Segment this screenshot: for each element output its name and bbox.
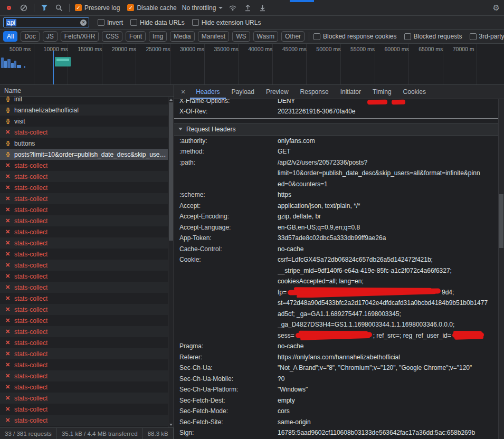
tab-initiator[interactable]: Initiator xyxy=(335,85,367,99)
tab-preview[interactable]: Preview xyxy=(260,85,294,99)
checkbox-icon xyxy=(130,19,137,26)
request-row[interactable]: ✕stats-collect xyxy=(0,271,174,282)
filter-chip-all[interactable]: All xyxy=(3,31,17,42)
throttling-select[interactable]: No throttling xyxy=(182,4,223,12)
tab-headers[interactable]: Headers xyxy=(190,85,225,99)
header-row: :method:GET xyxy=(174,146,504,157)
request-row[interactable]: ✕stats-collect xyxy=(0,326,174,337)
scrollbar-thumb[interactable] xyxy=(499,194,503,248)
hide-data-urls-checkbox[interactable]: Hide data URLs xyxy=(130,19,185,26)
settings-gear-icon[interactable]: ⚙ xyxy=(493,4,500,12)
3rd-party-requests-checkbox[interactable]: 3rd-party requests xyxy=(470,33,504,40)
tab-cookies[interactable]: Cookies xyxy=(397,85,432,99)
tab-payload[interactable]: Payload xyxy=(226,85,260,99)
header-row: X-Frame-Options: DENY xyxy=(174,99,504,106)
devtools-network-panel: ✓Preserve log✓Disable cache No throttlin… xyxy=(0,0,504,439)
header-value-text: sess= xyxy=(278,332,294,339)
request-type-filters: AllDocJSFetch/XHRCSSFontImgMediaManifest… xyxy=(0,30,504,44)
request-row[interactable]: ✕stats-collect xyxy=(0,182,174,193)
clear-button[interactable] xyxy=(19,3,28,13)
request-row[interactable]: ✕stats-collect xyxy=(0,160,174,171)
import-har-button[interactable] xyxy=(243,3,252,13)
filter-chip-other[interactable]: Other xyxy=(281,31,305,42)
request-row[interactable]: {}init xyxy=(0,97,174,104)
request-row[interactable]: ✕stats-collect xyxy=(0,315,174,326)
request-row[interactable]: ✕stats-collect xyxy=(0,381,174,393)
scroll-up-arrow-icon[interactable] xyxy=(169,99,173,101)
record-icon xyxy=(7,6,11,10)
blocked-checkbox-group: Blocked response cookiesBlocked requests… xyxy=(313,33,504,40)
filter-chip-css[interactable]: CSS xyxy=(102,31,122,42)
request-row[interactable]: {}visit xyxy=(0,116,174,127)
request-row[interactable]: ✕stats-collect xyxy=(0,127,174,138)
clear-filter-icon[interactable]: ✕ xyxy=(80,20,87,26)
request-name: stats-collect xyxy=(14,339,47,347)
filter-chip-doc[interactable]: Doc xyxy=(21,31,39,42)
request-row[interactable]: ✕stats-collect xyxy=(0,171,174,182)
search-button[interactable] xyxy=(54,3,64,13)
request-row[interactable]: ✕stats-collect xyxy=(0,237,174,249)
request-row[interactable]: ✕stats-collect xyxy=(0,415,174,426)
request-row[interactable]: ✕stats-collect xyxy=(0,249,174,260)
request-row[interactable]: ✕stats-collect xyxy=(0,348,174,359)
filter-chip-manifest[interactable]: Manifest xyxy=(198,31,229,42)
filter-chip-fetch-xhr[interactable]: Fetch/XHR xyxy=(61,31,99,42)
filter-toggle-button[interactable] xyxy=(40,3,49,13)
disable-cache-checkbox[interactable]: ✓Disable cache xyxy=(127,4,176,12)
requests-scrollbar[interactable] xyxy=(168,97,174,427)
request-row[interactable]: {}buttons xyxy=(0,138,174,149)
tab-timing[interactable]: Timing xyxy=(367,85,397,99)
header-value-line: limit=10&order=publish_date_desc&skip_us… xyxy=(278,168,497,179)
type-chip-group: AllDocJSFetch/XHRCSSFontImgMediaManifest… xyxy=(3,31,305,42)
header-name: :authority: xyxy=(174,136,278,147)
details-tabs: HeadersPayloadPreviewResponseInitiatorTi… xyxy=(190,85,432,99)
details-scrollbar[interactable] xyxy=(498,99,504,439)
request-row[interactable]: ✕stats-collect xyxy=(0,359,174,370)
close-details-icon[interactable]: × xyxy=(176,88,190,96)
filter-chip-font[interactable]: Font xyxy=(126,31,146,42)
request-row[interactable]: ✕stats-collect xyxy=(0,393,174,404)
request-row[interactable]: ✕stats-collect xyxy=(0,193,174,204)
request-row[interactable]: ✕stats-collect xyxy=(0,204,174,215)
network-overview-timeline[interactable]: 5000 ms10000 ms15000 ms20000 ms25000 ms3… xyxy=(0,44,504,85)
request-row[interactable]: ✕stats-collect xyxy=(0,215,174,226)
request-row[interactable]: ✕stats-collect xyxy=(0,282,174,293)
request-row[interactable]: ✕stats-collect xyxy=(0,226,174,237)
failed-request-icon: ✕ xyxy=(4,395,11,402)
checkbox-label: Hide extension URLs xyxy=(202,19,261,26)
invert-checkbox[interactable]: Invert xyxy=(98,19,123,26)
network-conditions-button[interactable] xyxy=(228,3,237,13)
filter-chip-ws[interactable]: WS xyxy=(232,31,250,42)
filter-chip-media[interactable]: Media xyxy=(170,31,195,42)
request-row[interactable]: {}posts?limit=10&order=publish_date_desc… xyxy=(0,149,174,160)
filter-input[interactable]: api ✕ xyxy=(3,17,89,27)
blocked-response-cookies-checkbox[interactable]: Blocked response cookies xyxy=(313,33,396,40)
clear-icon xyxy=(20,4,27,12)
request-row[interactable]: ✕stats-collect xyxy=(0,304,174,315)
request-name: posts?limit=10&order=publish_date_desc&s… xyxy=(14,151,166,158)
blocked-requests-checkbox[interactable]: Blocked requests xyxy=(404,33,462,40)
scrollbar-thumb[interactable] xyxy=(169,102,173,241)
request-headers-section[interactable]: Request Headers xyxy=(174,123,504,136)
record-button[interactable] xyxy=(4,3,14,13)
tab-response[interactable]: Response xyxy=(294,85,335,99)
request-row[interactable]: ✕stats-collect xyxy=(0,293,174,304)
checkbox-icon: ✓ xyxy=(75,4,82,11)
request-row[interactable]: {}hannahelizabethofficial xyxy=(0,104,174,116)
checkbox-label: 3rd-party requests xyxy=(479,33,504,40)
request-name: stats-collect xyxy=(14,295,47,302)
request-row[interactable]: ✕stats-collect xyxy=(0,404,174,415)
filter-chip-js[interactable]: JS xyxy=(43,31,58,42)
filter-chip-wasm[interactable]: Wasm xyxy=(253,31,279,42)
scroll-down-arrow-icon[interactable] xyxy=(169,424,173,426)
export-har-button[interactable] xyxy=(258,3,267,13)
timeline-activity-bar xyxy=(24,66,25,68)
summary-segments: 33 / 381 requests35.1 kB / 4.4 MB transf… xyxy=(0,428,174,439)
hide-extension-urls-checkbox[interactable]: Hide extension URLs xyxy=(192,19,261,26)
preserve-log-checkbox[interactable]: ✓Preserve log xyxy=(75,4,120,12)
name-column-header[interactable]: Name xyxy=(0,85,174,97)
request-row[interactable]: ✕stats-collect xyxy=(0,370,174,381)
request-row[interactable]: ✕stats-collect xyxy=(0,260,174,271)
filter-chip-img[interactable]: Img xyxy=(149,31,167,42)
request-row[interactable]: ✕stats-collect xyxy=(0,337,174,348)
